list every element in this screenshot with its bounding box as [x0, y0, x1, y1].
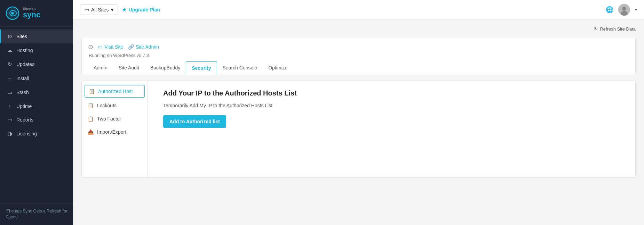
external-link-icon: ▭ — [98, 44, 103, 50]
stash-icon: ▭ — [7, 89, 13, 95]
sidebar-item-stash-label: Stash — [16, 90, 29, 95]
sec-nav-authorized-host[interactable]: 📋 Authorized Host — [85, 85, 145, 98]
user-menu-caret[interactable]: ▾ — [635, 7, 637, 12]
sec-nav-import-export[interactable]: 📤 Import/Export — [82, 125, 148, 139]
all-sites-chevron: ▾ — [111, 7, 113, 12]
install-icon: ＋ — [7, 75, 13, 82]
tab-optimize[interactable]: Optimize — [263, 61, 293, 75]
content-wrap: ↻ Refresh Site Data ⊙ ▭ Visit Site 🔗 Sit… — [81, 26, 636, 178]
main: ▭ All Sites ▾ ★ Upgrade Plan 🌐 ▾ — [73, 0, 644, 225]
star-icon: ★ — [122, 7, 127, 12]
site-admin-label: Site Admin — [136, 44, 159, 50]
sec-nav-lockouts[interactable]: 📋 Lockouts — [82, 99, 148, 112]
sidebar-item-reports[interactable]: ▭ Reports — [0, 113, 73, 127]
sites-icon: ⊙ — [7, 33, 13, 40]
tab-search-console-label: Search Console — [223, 65, 257, 70]
globe-icon[interactable]: 🌐 — [606, 6, 613, 14]
updates-icon: ↻ — [7, 61, 13, 67]
logo-sync: sync — [23, 11, 40, 19]
upgrade-plan-label: Upgrade Plan — [129, 7, 160, 12]
sidebar-item-install-label: Install — [16, 76, 29, 81]
add-to-authorized-list-button[interactable]: Add to Authorized list — [163, 115, 226, 128]
tab-search-console[interactable]: Search Console — [217, 61, 263, 75]
sidebar-item-stash[interactable]: ▭ Stash — [0, 85, 73, 99]
admin-link-icon: 🔗 — [128, 44, 134, 50]
sidebar-item-updates[interactable]: ↻ Updates — [0, 57, 73, 71]
authorized-host-icon: 📋 — [88, 89, 95, 94]
tab-admin[interactable]: Admin — [88, 61, 113, 75]
topbar-right: 🌐 ▾ — [606, 4, 637, 16]
tab-backupbuddy[interactable]: BackupBuddy — [145, 61, 186, 75]
sidebar-nav: ⊙ Sites ☁ Hosting ↻ Updates ＋ Install ▭ … — [0, 27, 73, 203]
sidebar-item-install[interactable]: ＋ Install — [0, 71, 73, 85]
sidebar-item-sites-label: Sites — [16, 34, 27, 39]
sidebar-item-hosting-label: Hosting — [16, 48, 33, 53]
sidebar: ithemes sync ⊙ Sites ☁ Hosting ↻ Updates… — [0, 0, 73, 225]
visit-site-label: Visit Site — [104, 44, 123, 50]
uptime-icon: ↑ — [7, 103, 13, 109]
sidebar-footer-text: iThemes Sync Gets a Refresh for Speed — [6, 209, 67, 219]
content-area: ↻ Refresh Site Data ⊙ ▭ Visit Site 🔗 Sit… — [73, 19, 644, 225]
svg-point-2 — [11, 12, 14, 15]
import-export-icon: 📤 — [87, 129, 94, 135]
licensing-icon: ◑ — [7, 131, 13, 137]
tab-backupbuddy-label: BackupBuddy — [150, 65, 180, 70]
topbar-left: ▭ All Sites ▾ ★ Upgrade Plan — [80, 5, 160, 15]
sidebar-item-licensing[interactable]: ◑ Licensing — [0, 127, 73, 141]
tab-site-audit-label: Site Audit — [119, 65, 139, 70]
sidebar-item-hosting[interactable]: ☁ Hosting — [0, 43, 73, 57]
site-tabs: Admin Site Audit BackupBuddy Security Se… — [88, 61, 629, 75]
window-icon: ▭ — [85, 7, 89, 12]
tab-site-audit[interactable]: Site Audit — [113, 61, 145, 75]
all-sites-button[interactable]: ▭ All Sites ▾ — [80, 5, 118, 15]
import-export-label: Import/Export — [97, 129, 126, 135]
sidebar-logo: ithemes sync — [0, 0, 73, 27]
site-admin-link[interactable]: 🔗 Site Admin — [128, 44, 159, 50]
avatar-image — [618, 4, 630, 16]
sidebar-item-uptime[interactable]: ↑ Uptime — [0, 99, 73, 113]
all-sites-label: All Sites — [91, 7, 109, 12]
security-content-subtitle: Temporarily Add My IP to the Authorized … — [163, 103, 626, 108]
security-sidebar: 📋 Authorized Host 📋 Lockouts 📋 Two Facto… — [82, 81, 148, 177]
logo-icon — [5, 6, 20, 21]
sidebar-item-reports-label: Reports — [16, 117, 33, 123]
security-content-title: Add Your IP to the Authorized Hosts List — [163, 89, 626, 97]
refresh-icon: ↻ — [594, 26, 598, 32]
topbar: ▭ All Sites ▾ ★ Upgrade Plan 🌐 ▾ — [73, 0, 644, 19]
lockouts-icon: 📋 — [87, 103, 94, 108]
refresh-site-data[interactable]: ↻ Refresh Site Data — [594, 26, 636, 32]
site-header: ⊙ ▭ Visit Site 🔗 Site Admin Running on W… — [81, 38, 636, 75]
wp-version: Running on WordPress v5.7.3 — [89, 53, 629, 58]
refresh-label: Refresh Site Data — [600, 26, 636, 32]
sidebar-item-licensing-label: Licensing — [16, 131, 37, 136]
reports-icon: ▭ — [7, 117, 13, 123]
site-favicon-icon: ⊙ — [88, 43, 93, 51]
tab-security[interactable]: Security — [186, 61, 217, 75]
avatar[interactable] — [618, 4, 630, 16]
lockouts-label: Lockouts — [97, 103, 117, 108]
hosting-icon: ☁ — [7, 47, 13, 53]
sidebar-item-sites[interactable]: ⊙ Sites — [0, 30, 73, 43]
visit-site-link[interactable]: ▭ Visit Site — [98, 44, 123, 50]
tab-optimize-label: Optimize — [268, 65, 287, 70]
security-layout: 📋 Authorized Host 📋 Lockouts 📋 Two Facto… — [81, 81, 636, 178]
authorized-host-label: Authorized Host — [98, 89, 133, 94]
tab-security-label: Security — [192, 65, 211, 71]
add-btn-label: Add to Authorized list — [169, 119, 220, 124]
sec-nav-two-factor[interactable]: 📋 Two Factor — [82, 112, 148, 125]
two-factor-label: Two Factor — [97, 116, 121, 122]
sidebar-footer: iThemes Sync Gets a Refresh for Speed — [0, 203, 73, 225]
upgrade-plan-button[interactable]: ★ Upgrade Plan — [122, 7, 160, 12]
sidebar-item-updates-label: Updates — [16, 61, 34, 67]
security-content: Add Your IP to the Authorized Hosts List… — [153, 81, 635, 177]
two-factor-icon: 📋 — [87, 116, 94, 122]
sidebar-item-uptime-label: Uptime — [16, 103, 32, 109]
logo-text: ithemes sync — [23, 7, 40, 19]
site-header-top: ⊙ ▭ Visit Site 🔗 Site Admin — [88, 43, 629, 51]
svg-point-4 — [622, 7, 626, 11]
tab-admin-label: Admin — [94, 65, 108, 70]
